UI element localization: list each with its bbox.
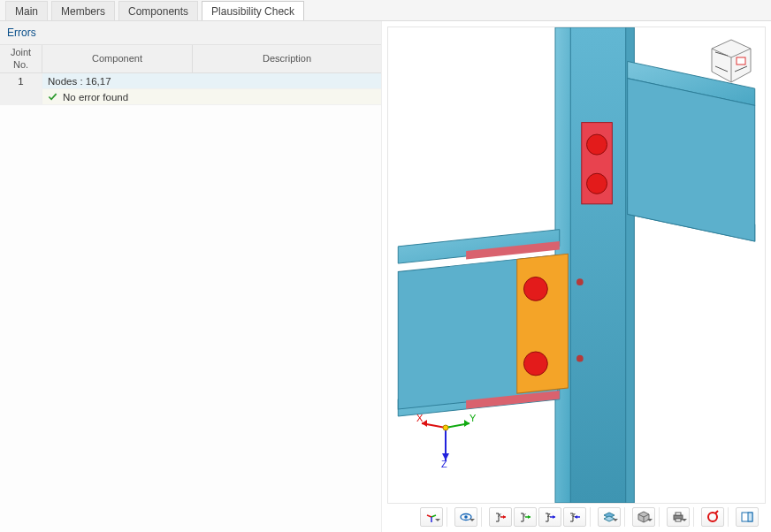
svg-text:-Z: -Z (571, 513, 576, 518)
svg-marker-43 (528, 515, 531, 519)
axis-triad: X Y Z (415, 397, 477, 467)
cell-joint-no (0, 89, 42, 104)
tab-components[interactable]: Components (118, 1, 198, 20)
svg-text:Y: Y (523, 513, 526, 518)
tab-main[interactable]: Main (5, 1, 48, 20)
svg-line-59 (715, 511, 718, 513)
view-eye-button[interactable] (454, 507, 477, 527)
cube-view-button[interactable] (632, 507, 655, 527)
svg-marker-40 (503, 515, 506, 519)
check-icon (48, 92, 57, 102)
go-z-button[interactable]: Z (538, 507, 561, 527)
svg-rect-56 (676, 513, 681, 515)
tab-members[interactable]: Members (51, 1, 115, 20)
axes-picker-button[interactable] (420, 507, 443, 527)
print-button[interactable] (667, 507, 690, 527)
errors-panel: Errors Joint No. Component Description 1… (0, 21, 382, 532)
svg-text:X: X (416, 413, 424, 423)
svg-rect-0 (568, 27, 627, 503)
tab-plausibility-check[interactable]: Plausibility Check (202, 1, 304, 20)
grid-header: Joint No. Component Description (0, 45, 381, 73)
svg-text:X: X (498, 513, 501, 518)
table-row[interactable]: No error found (0, 89, 381, 105)
svg-point-18 (576, 355, 584, 362)
layers-button[interactable] (598, 507, 621, 527)
cell-joint-no: 1 (0, 73, 42, 88)
header-description: Description (193, 45, 381, 72)
go-x-button[interactable]: X (489, 507, 512, 527)
go-y-button[interactable]: Y (514, 507, 537, 527)
svg-line-34 (427, 515, 431, 517)
svg-text:Z: Z (441, 459, 447, 467)
svg-marker-46 (553, 515, 555, 519)
header-joint-no: Joint No. (0, 45, 42, 72)
svg-point-12 (523, 277, 547, 300)
header-component: Component (42, 45, 193, 72)
viewport-toolbar: X Y Z -Z (387, 505, 766, 528)
svg-point-15 (587, 134, 607, 155)
svg-point-33 (443, 425, 448, 430)
svg-rect-57 (676, 519, 681, 521)
svg-text:Y: Y (469, 413, 477, 423)
viewport-panel: X Y Z (382, 21, 771, 532)
cell-status: No error found (42, 89, 381, 104)
3d-viewport[interactable]: X Y Z (387, 27, 766, 504)
svg-point-58 (708, 513, 717, 521)
svg-rect-20 (737, 57, 745, 65)
svg-marker-52 (604, 516, 615, 521)
nav-cube[interactable] (706, 36, 756, 86)
svg-line-35 (431, 515, 436, 517)
svg-point-38 (464, 515, 468, 519)
panel-title: Errors (0, 21, 381, 45)
svg-point-16 (587, 173, 607, 194)
svg-text:Z: Z (547, 513, 551, 518)
reset-red-button[interactable] (701, 507, 724, 527)
svg-point-13 (523, 352, 547, 376)
table-row[interactable]: 1 Nodes : 16,17 (0, 73, 381, 89)
cell-description: No error found (63, 92, 128, 103)
svg-point-17 (576, 278, 584, 285)
svg-rect-5 (628, 79, 755, 241)
go-neg-z-button[interactable]: -Z (563, 507, 586, 527)
tab-bar: Main Members Components Plausibility Che… (0, 0, 771, 21)
svg-rect-61 (748, 513, 752, 521)
window-split-button[interactable] (736, 507, 759, 527)
cell-nodes: Nodes : 16,17 (42, 73, 381, 88)
